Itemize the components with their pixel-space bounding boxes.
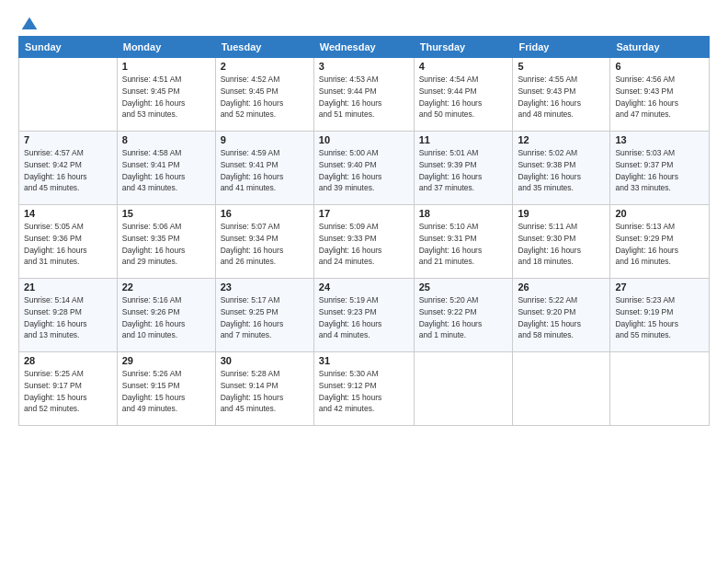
day-info: Sunrise: 4:51 AM Sunset: 9:45 PM Dayligh… [122,74,210,121]
day-info: Sunrise: 5:19 AM Sunset: 9:23 PM Dayligh… [319,294,409,341]
calendar-day-cell [414,352,513,426]
calendar-day-cell: 14Sunrise: 5:05 AM Sunset: 9:36 PM Dayli… [19,205,118,279]
calendar-day-cell: 15Sunrise: 5:06 AM Sunset: 9:35 PM Dayli… [117,205,215,279]
calendar-day-cell: 18Sunrise: 5:10 AM Sunset: 9:31 PM Dayli… [414,205,513,279]
day-number: 2 [221,61,309,72]
day-info: Sunrise: 5:28 AM Sunset: 9:14 PM Dayligh… [221,368,309,415]
day-info: Sunrise: 5:26 AM Sunset: 9:15 PM Dayligh… [122,368,210,415]
day-number: 14 [24,208,112,219]
day-of-week-header: Tuesday [215,37,313,58]
day-info: Sunrise: 4:59 AM Sunset: 9:41 PM Dayligh… [221,147,309,194]
calendar-day-cell: 31Sunrise: 5:30 AM Sunset: 9:12 PM Dayli… [313,352,414,426]
day-number: 17 [319,208,409,219]
calendar-day-cell: 30Sunrise: 5:28 AM Sunset: 9:14 PM Dayli… [215,352,313,426]
day-number: 4 [419,61,508,72]
header [18,15,710,29]
day-info: Sunrise: 5:02 AM Sunset: 9:38 PM Dayligh… [518,147,605,194]
day-number: 22 [122,282,210,293]
calendar-day-cell: 27Sunrise: 5:23 AM Sunset: 9:19 PM Dayli… [610,279,710,352]
calendar-day-cell: 26Sunrise: 5:22 AM Sunset: 9:20 PM Dayli… [513,279,610,352]
day-info: Sunrise: 5:14 AM Sunset: 9:28 PM Dayligh… [24,294,112,341]
day-number: 28 [24,355,112,366]
calendar-day-cell: 24Sunrise: 5:19 AM Sunset: 9:23 PM Dayli… [313,279,414,352]
day-number: 18 [419,208,508,219]
calendar-day-cell: 8Sunrise: 4:58 AM Sunset: 9:41 PM Daylig… [117,132,215,205]
day-info: Sunrise: 4:58 AM Sunset: 9:41 PM Dayligh… [122,147,210,194]
day-number: 20 [615,208,704,219]
calendar-day-cell: 4Sunrise: 4:54 AM Sunset: 9:44 PM Daylig… [414,58,513,132]
calendar-day-cell: 1Sunrise: 4:51 AM Sunset: 9:45 PM Daylig… [117,58,215,132]
day-info: Sunrise: 5:30 AM Sunset: 9:12 PM Dayligh… [319,368,409,415]
day-number: 27 [615,282,704,293]
day-info: Sunrise: 5:13 AM Sunset: 9:29 PM Dayligh… [615,221,704,268]
calendar-day-cell [610,352,710,426]
day-number: 29 [122,355,210,366]
day-info: Sunrise: 5:01 AM Sunset: 9:39 PM Dayligh… [419,147,508,194]
day-number: 6 [615,61,704,72]
day-number: 5 [518,61,605,72]
day-info: Sunrise: 5:16 AM Sunset: 9:26 PM Dayligh… [122,294,210,341]
day-number: 16 [221,208,309,219]
day-info: Sunrise: 5:00 AM Sunset: 9:40 PM Dayligh… [319,147,409,194]
day-number: 21 [24,282,112,293]
calendar-day-cell: 7Sunrise: 4:57 AM Sunset: 9:42 PM Daylig… [19,132,118,205]
calendar-day-cell: 9Sunrise: 4:59 AM Sunset: 9:41 PM Daylig… [215,132,313,205]
page: SundayMondayTuesdayWednesdayThursdayFrid… [0,0,728,563]
calendar-day-cell [19,58,118,132]
logo-text [18,15,39,34]
calendar-day-cell: 11Sunrise: 5:01 AM Sunset: 9:39 PM Dayli… [414,132,513,205]
calendar-day-cell: 25Sunrise: 5:20 AM Sunset: 9:22 PM Dayli… [414,279,513,352]
day-number: 25 [419,282,508,293]
calendar-day-cell: 20Sunrise: 5:13 AM Sunset: 9:29 PM Dayli… [610,205,710,279]
day-number: 24 [319,282,409,293]
day-number: 9 [221,134,309,145]
day-info: Sunrise: 4:54 AM Sunset: 9:44 PM Dayligh… [419,74,508,121]
day-number: 26 [518,282,605,293]
day-number: 19 [518,208,605,219]
day-number: 31 [319,355,409,366]
day-number: 23 [221,282,309,293]
calendar-week-row: 7Sunrise: 4:57 AM Sunset: 9:42 PM Daylig… [19,132,710,205]
day-info: Sunrise: 4:57 AM Sunset: 9:42 PM Dayligh… [24,147,112,194]
calendar-day-cell: 22Sunrise: 5:16 AM Sunset: 9:26 PM Dayli… [117,279,215,352]
day-number: 15 [122,208,210,219]
day-number: 8 [122,134,210,145]
logo-icon [20,16,39,34]
day-info: Sunrise: 5:05 AM Sunset: 9:36 PM Dayligh… [24,221,112,268]
calendar-table: SundayMondayTuesdayWednesdayThursdayFrid… [18,36,710,426]
day-info: Sunrise: 5:09 AM Sunset: 9:33 PM Dayligh… [319,221,409,268]
calendar-week-row: 28Sunrise: 5:25 AM Sunset: 9:17 PM Dayli… [19,352,710,426]
day-info: Sunrise: 5:25 AM Sunset: 9:17 PM Dayligh… [24,368,112,415]
day-info: Sunrise: 4:53 AM Sunset: 9:44 PM Dayligh… [319,74,409,121]
day-of-week-header: Wednesday [313,37,414,58]
day-of-week-header: Saturday [610,37,710,58]
calendar-day-cell: 28Sunrise: 5:25 AM Sunset: 9:17 PM Dayli… [19,352,118,426]
calendar-day-cell: 10Sunrise: 5:00 AM Sunset: 9:40 PM Dayli… [313,132,414,205]
day-info: Sunrise: 4:55 AM Sunset: 9:43 PM Dayligh… [518,74,605,121]
calendar-day-cell: 6Sunrise: 4:56 AM Sunset: 9:43 PM Daylig… [610,58,710,132]
calendar-day-cell: 23Sunrise: 5:17 AM Sunset: 9:25 PM Dayli… [215,279,313,352]
calendar-week-row: 21Sunrise: 5:14 AM Sunset: 9:28 PM Dayli… [19,279,710,352]
day-of-week-header: Friday [513,37,610,58]
day-of-week-header: Monday [117,37,215,58]
day-info: Sunrise: 5:03 AM Sunset: 9:37 PM Dayligh… [615,147,704,194]
calendar-week-row: 14Sunrise: 5:05 AM Sunset: 9:36 PM Dayli… [19,205,710,279]
calendar-day-cell: 3Sunrise: 4:53 AM Sunset: 9:44 PM Daylig… [313,58,414,132]
day-number: 11 [419,134,508,145]
calendar-day-cell: 12Sunrise: 5:02 AM Sunset: 9:38 PM Dayli… [513,132,610,205]
day-number: 7 [24,134,112,145]
calendar-day-cell: 21Sunrise: 5:14 AM Sunset: 9:28 PM Dayli… [19,279,118,352]
day-info: Sunrise: 5:10 AM Sunset: 9:31 PM Dayligh… [419,221,508,268]
day-number: 30 [221,355,309,366]
day-of-week-header: Sunday [19,37,118,58]
calendar-day-cell: 17Sunrise: 5:09 AM Sunset: 9:33 PM Dayli… [313,205,414,279]
day-number: 10 [319,134,409,145]
day-number: 13 [615,134,704,145]
day-info: Sunrise: 5:06 AM Sunset: 9:35 PM Dayligh… [122,221,210,268]
calendar-day-cell: 5Sunrise: 4:55 AM Sunset: 9:43 PM Daylig… [513,58,610,132]
calendar-day-cell [513,352,610,426]
calendar-day-cell: 2Sunrise: 4:52 AM Sunset: 9:45 PM Daylig… [215,58,313,132]
calendar-day-cell: 19Sunrise: 5:11 AM Sunset: 9:30 PM Dayli… [513,205,610,279]
day-info: Sunrise: 5:11 AM Sunset: 9:30 PM Dayligh… [518,221,605,268]
day-of-week-header: Thursday [414,37,513,58]
